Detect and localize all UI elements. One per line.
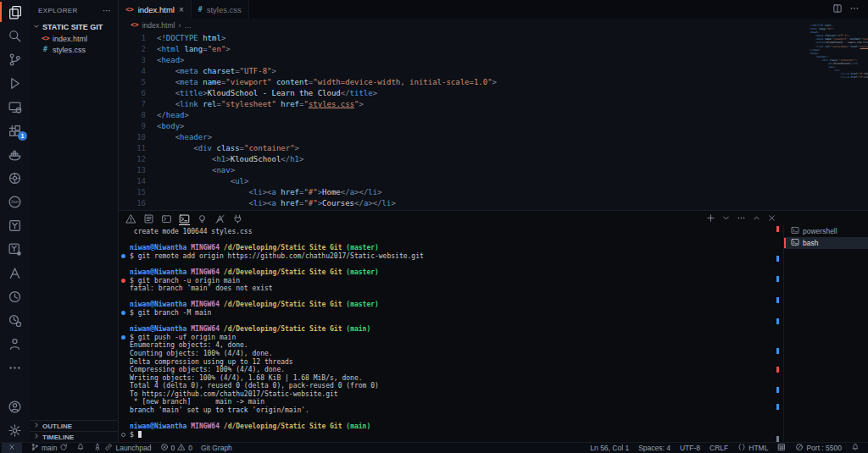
status-text: HTML <box>748 444 768 452</box>
line-number: 8 <box>119 110 146 121</box>
testing-icon[interactable] <box>0 213 30 237</box>
terminal-profile-dropdown[interactable] <box>721 211 731 226</box>
svg-text:Json: Json <box>11 200 19 204</box>
search-icon[interactable] <box>0 24 30 47</box>
close-tab-icon[interactable]: × <box>179 5 184 14</box>
terminal-output[interactable]: create mode 100644 styles.cssniwan@Niwan… <box>119 228 778 440</box>
code-text: </head> <box>146 110 189 121</box>
code-editor[interactable]: 1<!DOCTYPE html>2<html lang="en">3<head>… <box>119 33 809 210</box>
line-number: 3 <box>119 55 146 66</box>
editor-more-icon[interactable] <box>849 2 860 17</box>
command-failed-decoration <box>121 279 125 283</box>
settings-sync-icon[interactable] <box>0 166 30 190</box>
branch-status[interactable]: main <box>31 443 68 453</box>
tab-styles.css[interactable]: #styles.css <box>192 0 249 19</box>
command-success-decoration <box>121 311 125 315</box>
accessibility-icon[interactable] <box>214 213 225 224</box>
terminal-line: branch 'main' set up to track 'origin/ma… <box>119 406 778 415</box>
remoteind-icon <box>8 443 16 453</box>
run-debug-icon[interactable] <box>0 71 30 95</box>
terminal-line: niwan@Niwantha MINGW64 /d/Developing/Sta… <box>119 423 778 431</box>
source-control-icon[interactable] <box>0 47 30 71</box>
gitlens-panel-icon[interactable] <box>232 213 243 224</box>
azure-icon[interactable] <box>0 261 30 285</box>
line-number: 14 <box>119 176 146 187</box>
terminal-tab-powershell[interactable]: powershell <box>784 225 868 237</box>
maximize-panel-button[interactable] <box>752 211 761 226</box>
split-editor-icon[interactable] <box>832 2 843 17</box>
outline-section[interactable]: OUTLINE <box>30 420 118 431</box>
code-line: 2<html lang="en"> <box>119 44 809 55</box>
ruler-mark <box>776 367 779 373</box>
breadcrumb[interactable]: <> index.html › … <box>119 19 868 31</box>
terminal-tab-bash[interactable]: bash <box>784 237 868 249</box>
problems-status[interactable]: 00 <box>160 443 192 453</box>
line-number: 2 <box>119 44 146 55</box>
ruler-mark <box>776 276 779 282</box>
problems-icon[interactable] <box>125 213 136 224</box>
file-item-index.html[interactable]: <>index.html <box>30 33 118 44</box>
breadcrumb-file[interactable]: index.html <box>142 21 175 30</box>
new-terminal-button[interactable] <box>706 211 715 226</box>
explorer-more-button[interactable]: ⋯ <box>103 6 111 15</box>
remote-window-button[interactable] <box>2 443 22 453</box>
account-icon[interactable] <box>0 395 30 418</box>
code-text: <h1>KloudSchool</h1> <box>146 154 303 165</box>
terminal-line: $ git branch -M main <box>119 309 778 318</box>
test-explorer-icon[interactable] <box>0 237 30 261</box>
terminal-small-icon <box>791 238 799 248</box>
gitlens-status[interactable] <box>76 443 85 453</box>
folder-row[interactable]: STATIC SITE GIT <box>30 20 118 33</box>
tab-label: index.html <box>138 5 175 14</box>
browser-preview[interactable] <box>777 443 786 453</box>
cursor-position[interactable]: Ln 56, Col 1 <box>590 443 629 453</box>
breadcrumb-more[interactable]: … <box>184 21 192 30</box>
task-timer-icon[interactable] <box>0 308 30 332</box>
terminal-line: $ git remote add origin https://github.c… <box>119 252 778 261</box>
git-graph-status[interactable]: Git Graph <box>201 443 232 453</box>
code-line: 5 <meta name="viewport" content="width=d… <box>119 77 809 88</box>
terminal-line: Enumerating objects: 4, done. <box>119 341 778 350</box>
explorer-icon[interactable] <box>0 0 30 24</box>
code-text: <body> <box>146 121 185 132</box>
launchpad-status[interactable]: Launchpad <box>93 443 151 453</box>
tab-index.html[interactable]: <>index.html× <box>119 0 192 19</box>
code-text: <li><a href="#">Courses</a></li> <box>146 198 396 209</box>
timeline-section[interactable]: TIMELINE <box>30 431 118 442</box>
ruler-mark <box>776 256 779 262</box>
live-server-port[interactable]: Port : 5500 <box>795 443 842 453</box>
status-text: 0 <box>171 444 175 452</box>
panel-more-button[interactable] <box>737 211 746 226</box>
docker-icon[interactable] <box>0 142 30 166</box>
remote-explorer-icon[interactable] <box>0 95 30 119</box>
json-tools-icon[interactable]: Json <box>0 190 30 213</box>
eol-sequence[interactable]: CRLF <box>709 443 728 453</box>
indentation[interactable]: Spaces: 4 <box>638 443 670 453</box>
folder-name: STATIC SITE GIT <box>42 23 103 31</box>
chevron-right-icon <box>32 421 41 431</box>
language-mode[interactable]: HTML <box>737 443 768 453</box>
extensions-icon[interactable]: 1 <box>0 119 30 142</box>
code-text: <meta name="viewport" content="width=dev… <box>146 77 497 88</box>
notifications[interactable] <box>851 443 860 453</box>
manage-icon[interactable] <box>0 418 30 442</box>
debug-console-icon[interactable] <box>161 213 172 224</box>
code-text: <nav> <box>146 165 235 176</box>
branch-icon <box>31 443 39 453</box>
minimap[interactable]: <!DOCTYPE html><html lang="en"><head> <m… <box>810 24 856 80</box>
sidebar-title: EXPLORER <box>38 7 78 14</box>
terminal-line: $ <box>119 431 778 439</box>
encoding[interactable]: UTF-8 <box>680 443 700 453</box>
line-number: 10 <box>119 132 146 143</box>
more-views-icon[interactable] <box>0 356 30 379</box>
terminal-icon[interactable] <box>179 213 190 224</box>
editor-actions <box>832 0 868 19</box>
grid-icon <box>777 443 786 453</box>
minimap-line: <li><a href="#">Courses</a></li> <box>810 75 856 79</box>
file-item-styles.css[interactable]: #styles.css <box>30 44 118 55</box>
timeline-clock-icon[interactable] <box>0 285 30 308</box>
output-icon[interactable] <box>143 213 154 224</box>
code-line: 3<head> <box>119 55 809 66</box>
learning-icon[interactable] <box>0 332 30 356</box>
ports-icon[interactable] <box>197 213 208 224</box>
